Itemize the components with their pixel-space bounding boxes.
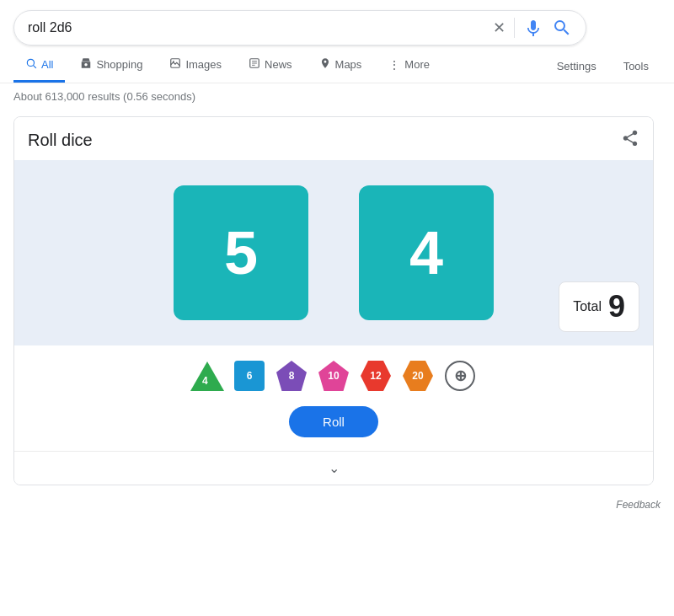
dice-card: Roll dice 5 4 Total 9 4 6 8 [13, 116, 654, 485]
die-1[interactable]: 5 [174, 185, 308, 320]
search-input[interactable] [28, 20, 493, 35]
roll-btn-container: Roll [14, 399, 653, 451]
custom-label: ⊕ [454, 367, 467, 385]
tab-more[interactable]: ⋮ More [377, 50, 441, 83]
d10-label: 10 [328, 370, 339, 382]
news-icon [249, 57, 260, 72]
all-icon [25, 57, 37, 72]
die-btn-d12[interactable]: 12 [359, 359, 393, 393]
nav-tabs: All Shopping Images News Maps ⋮ More Set… [0, 49, 674, 83]
results-info: About 613,000 results (0.56 seconds) [0, 83, 674, 110]
feedback-link[interactable]: Feedback [616, 499, 661, 511]
more-icon: ⋮ [388, 58, 400, 72]
total-label: Total [573, 299, 602, 314]
d8-shape: 8 [276, 361, 307, 391]
d20-label: 20 [412, 370, 423, 382]
d8-label: 8 [289, 370, 295, 382]
die-btn-d20[interactable]: 20 [401, 359, 435, 393]
dice-display: 5 4 Total 9 [14, 160, 653, 345]
svg-point-0 [27, 59, 34, 66]
chevron-down-icon: ⌄ [329, 460, 340, 476]
tab-maps[interactable]: Maps [308, 49, 374, 83]
nav-right: Settings Tools [545, 51, 661, 81]
roll-button[interactable]: Roll [289, 406, 378, 437]
images-icon [169, 57, 181, 72]
search-bar: ✕ [13, 10, 586, 46]
custom-shape: ⊕ [445, 361, 475, 391]
total-value: 9 [608, 289, 625, 324]
d6-shape: 6 [234, 361, 265, 391]
tab-shopping[interactable]: Shopping [68, 49, 154, 83]
tab-images-label: Images [185, 58, 222, 71]
d12-label: 12 [370, 370, 381, 382]
shopping-icon [80, 57, 92, 72]
clear-icon[interactable]: ✕ [493, 19, 506, 37]
expand-row[interactable]: ⌄ [14, 451, 653, 485]
d4-label: 4 [202, 375, 208, 387]
tab-news-label: News [265, 58, 292, 71]
settings-link[interactable]: Settings [545, 51, 608, 81]
d6-label: 6 [247, 370, 253, 382]
tab-more-label: More [404, 58, 430, 71]
voice-icon[interactable] [523, 18, 543, 38]
footer: Feedback [0, 492, 674, 517]
divider [514, 18, 515, 38]
search-submit-icon[interactable] [552, 18, 572, 38]
die-btn-d4[interactable]: 4 [190, 359, 224, 393]
tab-all[interactable]: All [13, 49, 65, 83]
svg-line-1 [34, 66, 36, 68]
d10-shape: 10 [318, 361, 349, 391]
die-2[interactable]: 4 [359, 185, 494, 320]
d12-shape: 12 [361, 361, 391, 391]
dice-card-title: Roll dice [28, 131, 93, 150]
tools-link[interactable]: Tools [612, 51, 661, 81]
tab-maps-label: Maps [335, 58, 362, 71]
d20-shape: 20 [403, 361, 433, 391]
tab-news[interactable]: News [237, 49, 304, 83]
die-btn-custom[interactable]: ⊕ [443, 359, 477, 393]
tab-shopping-label: Shopping [96, 58, 142, 71]
search-bar-icons: ✕ [493, 18, 572, 38]
total-badge: Total 9 [559, 281, 639, 332]
die-btn-d6[interactable]: 6 [233, 359, 266, 393]
tab-images[interactable]: Images [158, 49, 233, 83]
die-btn-d8[interactable]: 8 [275, 359, 308, 393]
maps-icon [319, 57, 331, 72]
share-icon[interactable] [621, 129, 639, 152]
dice-selector: 4 6 8 10 12 20 [14, 345, 653, 399]
search-bar-container: ✕ [0, 0, 674, 46]
d4-shape: 4 [190, 362, 224, 391]
tab-all-label: All [41, 58, 53, 71]
die-btn-d10[interactable]: 10 [317, 359, 350, 393]
dice-card-header: Roll dice [14, 117, 653, 160]
